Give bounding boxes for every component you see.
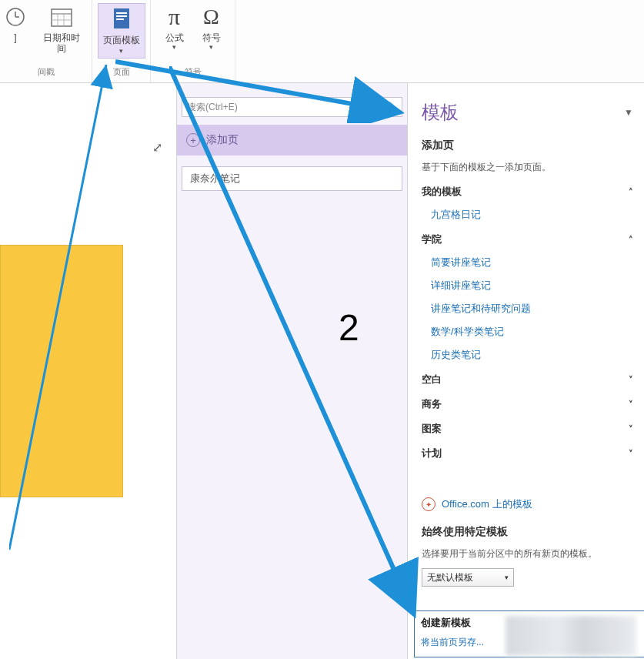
ribbon-group-symbol: π 公式 ▾ Ω 符号 ▾ 符号 xyxy=(151,0,235,82)
pages-column: 搜索(Ctrl+E) 🔍 + 添加页 康奈尔笔记 2 xyxy=(177,83,408,659)
page-item[interactable]: 康奈尔笔记 xyxy=(182,166,402,191)
add-page-description: 基于下面的模板之一添加页面。 xyxy=(422,160,633,174)
default-template-select[interactable]: 无默认模板 ▾ xyxy=(422,568,514,587)
default-template-value: 无默认模板 xyxy=(427,571,473,584)
symbol-button[interactable]: Ω 符号 ▾ xyxy=(193,3,230,52)
add-page-label: 添加页 xyxy=(206,133,239,147)
svg-rect-3 xyxy=(52,9,72,26)
equation-label: 公式 xyxy=(165,32,184,43)
chevron-down-icon[interactable]: ▼ xyxy=(624,107,633,118)
office-link-label: Office.com 上的模板 xyxy=(442,497,532,511)
svg-rect-10 xyxy=(116,15,127,17)
ribbon: ] 日期和时间 间戳 页面模板 ▾ 页面 π xyxy=(0,0,644,83)
category-blank-label: 空白 xyxy=(422,373,442,386)
equation-button[interactable]: π 公式 ▾ xyxy=(156,3,193,52)
annotation-number: 2 xyxy=(339,306,359,349)
category-pattern-label: 图案 xyxy=(422,422,442,436)
calendar-icon xyxy=(49,5,74,29)
symbol-label: 符号 xyxy=(202,32,221,43)
chevron-up-icon: ˄ xyxy=(629,235,633,245)
main: ⤢ 搜索(Ctrl+E) 🔍 + 添加页 康奈尔笔记 2 模板 ▼ 添加页 基于… xyxy=(0,83,644,659)
template-link[interactable]: 九宫格日记 xyxy=(422,208,633,222)
group-symbol-label: 符号 xyxy=(185,65,202,81)
page-template-icon xyxy=(109,7,134,32)
default-template-heading: 始终使用特定模板 xyxy=(422,525,633,539)
chevron-down-icon: ˅ xyxy=(629,449,633,459)
search-icon: 🔍 xyxy=(385,102,397,112)
office-templates-link[interactable]: ✦ Office.com 上的模板 xyxy=(422,497,633,511)
chevron-down-icon: ˅ xyxy=(629,400,633,410)
template-link[interactable]: 简要讲座笔记 xyxy=(422,256,633,269)
template-link[interactable]: 历史类笔记 xyxy=(422,348,633,362)
template-link[interactable]: 数学/科学类笔记 xyxy=(422,325,633,339)
group-timestamp-label: 间戳 xyxy=(38,65,55,81)
svg-rect-9 xyxy=(116,12,127,14)
page-template-button[interactable]: 页面模板 ▾ xyxy=(98,3,145,59)
category-plan[interactable]: 计划 ˅ xyxy=(422,447,633,460)
time-button[interactable]: ] xyxy=(0,3,34,45)
search-placeholder: 搜索(Ctrl+E) xyxy=(187,101,238,114)
category-blank[interactable]: 空白 ˅ xyxy=(422,373,633,386)
category-pattern[interactable]: 图案 ˅ xyxy=(422,422,633,436)
chevron-down-icon: ˅ xyxy=(629,375,633,385)
svg-rect-11 xyxy=(116,18,124,20)
category-my-templates[interactable]: 我的模板 ˄ xyxy=(422,185,633,199)
plus-icon: + xyxy=(186,133,200,147)
time-label: ] xyxy=(14,32,16,43)
chevron-down-icon: ▾ xyxy=(119,47,123,55)
chevron-up-icon: ˄ xyxy=(629,187,633,197)
templates-title-row: 模板 ▼ xyxy=(422,100,633,125)
save-current-page-link[interactable]: 将当前页另存... xyxy=(421,636,484,649)
group-page-label: 页面 xyxy=(113,65,130,81)
datetime-label: 日期和时间 xyxy=(40,32,82,54)
datetime-button[interactable]: 日期和时间 xyxy=(34,3,88,55)
globe-icon: ✦ xyxy=(422,497,435,511)
section-add-page: 添加页 xyxy=(422,139,633,152)
clock-icon xyxy=(3,5,28,29)
chevron-down-icon: ▾ xyxy=(505,574,509,581)
template-link[interactable]: 讲座笔记和待研究问题 xyxy=(422,302,633,316)
search-input[interactable]: 搜索(Ctrl+E) 🔍 xyxy=(182,97,402,117)
create-template-heading: 创建新模板 xyxy=(421,616,644,630)
yellow-note[interactable] xyxy=(0,245,123,497)
ribbon-group-page: 页面模板 ▾ 页面 xyxy=(92,0,151,82)
category-business-label: 商务 xyxy=(422,397,442,411)
create-template-box: 创建新模板 将当前页另存... xyxy=(414,610,644,657)
category-my-label: 我的模板 xyxy=(422,185,462,199)
canvas-column: ⤢ xyxy=(0,83,177,659)
category-academic[interactable]: 学院 ˄ xyxy=(422,232,633,246)
template-link[interactable]: 详细讲座笔记 xyxy=(422,279,633,293)
default-template-description: 选择要用于当前分区中的所有新页的模板。 xyxy=(422,547,633,560)
chevron-down-icon: ˅ xyxy=(629,424,633,434)
omega-icon: Ω xyxy=(199,5,224,29)
category-business[interactable]: 商务 ˅ xyxy=(422,397,633,411)
add-page-button[interactable]: + 添加页 xyxy=(177,125,407,156)
templates-panel: 模板 ▼ 添加页 基于下面的模板之一添加页面。 我的模板 ˄ 九宫格日记 学院 … xyxy=(408,83,644,659)
templates-title: 模板 xyxy=(422,100,459,125)
chevron-down-icon: ▾ xyxy=(209,43,213,51)
expand-icon[interactable]: ⤢ xyxy=(152,140,162,155)
page-template-label: 页面模板 xyxy=(103,35,140,45)
pi-icon: π xyxy=(162,5,187,29)
chevron-down-icon: ▾ xyxy=(172,43,176,51)
category-academic-label: 学院 xyxy=(422,232,442,246)
ribbon-group-timestamp: ] 日期和时间 间戳 xyxy=(0,0,92,82)
category-plan-label: 计划 xyxy=(422,447,442,460)
